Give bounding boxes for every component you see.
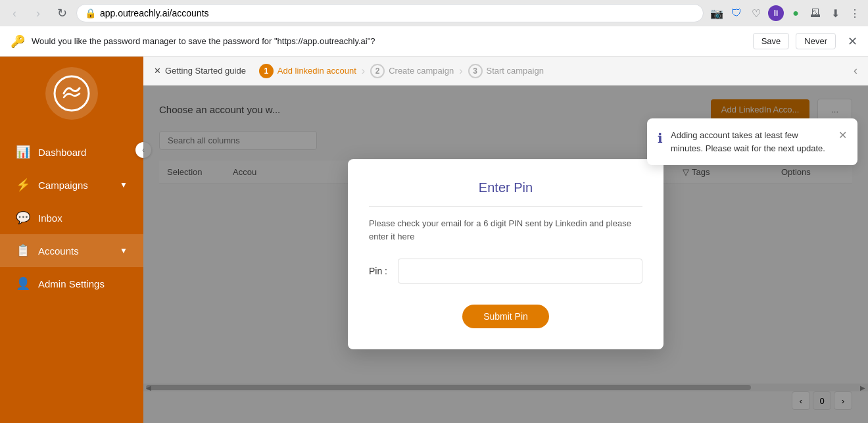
sidebar-item-admin-settings[interactable]: 👤 Admin Settings	[0, 267, 143, 300]
pin-row: Pin :	[369, 259, 642, 284]
step-2-number: 2	[370, 64, 385, 78]
getting-started-label: Getting Started guide	[165, 66, 246, 76]
enter-pin-modal: Enter Pin Please check your email for a …	[348, 159, 663, 349]
password-bar-close-button[interactable]: ✕	[848, 34, 857, 49]
sidebar-item-label: Admin Settings	[38, 278, 105, 289]
accounts-icon: 📋	[16, 243, 30, 258]
svg-point-0	[55, 76, 89, 111]
toolbar-icons: 📷 🛡 ♡ li ● 🗳 ⬇ ⋮	[709, 5, 863, 21]
admin-icon: 👤	[16, 276, 30, 291]
never-button[interactable]: Never	[796, 33, 836, 49]
logo-icon	[53, 75, 90, 112]
extension-icon-1[interactable]: li	[768, 5, 784, 21]
sidebar: ‹ 📊 Dashboard ⚡ Campaigns ▼ 💬 Inbox 📋 Ac…	[0, 57, 143, 423]
submit-pin-button[interactable]: Submit Pin	[462, 305, 549, 328]
close-x-icon: ✕	[154, 66, 161, 76]
step-3: 3 Start campaign	[468, 64, 544, 78]
step-1-number: 1	[259, 64, 274, 78]
getting-started-close[interactable]: ✕ Getting Started guide	[154, 66, 246, 76]
menu-icon[interactable]: ⋮	[847, 5, 863, 21]
password-manager-bar: 🔑 Would you like the password manager to…	[0, 26, 868, 57]
modal-description: Please check your email for a 6 digit PI…	[369, 217, 642, 243]
sidebar-item-accounts[interactable]: 📋 Accounts ▼	[0, 234, 143, 267]
content-wrapper: ✕ Getting Started guide 1 Add linkedin a…	[143, 57, 868, 423]
main-layout: ‹ 📊 Dashboard ⚡ Campaigns ▼ 💬 Inbox 📋 Ac…	[0, 57, 868, 423]
sidebar-item-label: Dashboard	[38, 147, 86, 158]
step-indicator: 1 Add linkedin account › 2 Create campai…	[259, 64, 544, 78]
sidebar-nav: 📊 Dashboard ⚡ Campaigns ▼ 💬 Inbox 📋 Acco…	[0, 136, 143, 300]
forward-button[interactable]: ›	[29, 4, 47, 22]
campaigns-icon: ⚡	[16, 178, 30, 192]
address-bar[interactable]: 🔒 app.outreachly.ai/accounts	[76, 4, 704, 22]
sidebar-item-inbox[interactable]: 💬 Inbox	[0, 201, 143, 234]
address-text: app.outreachly.ai/accounts	[100, 8, 209, 18]
camera-icon[interactable]: 📷	[709, 5, 725, 21]
step-separator-1: ›	[362, 65, 365, 77]
key-icon: 🔑	[11, 34, 25, 49]
browser-chrome: ‹ › ↻ 🔒 app.outreachly.ai/accounts 📷 🛡 ♡…	[0, 0, 868, 26]
sidebar-logo	[45, 67, 98, 120]
browser-toolbar: ‹ › ↻ 🔒 app.outreachly.ai/accounts 📷 🛡 ♡…	[0, 0, 868, 26]
lock-icon: 🔒	[85, 8, 96, 18]
step-2: 2 Create campaign	[370, 64, 454, 78]
modal-title: Enter Pin	[369, 180, 642, 207]
step-separator-2: ›	[459, 65, 462, 77]
dashboard-icon: 📊	[16, 145, 30, 159]
sidebar-item-label: Campaigns	[38, 180, 88, 191]
download-icon[interactable]: ⬇	[827, 5, 843, 21]
getting-started-bar: ✕ Getting Started guide 1 Add linkedin a…	[143, 57, 868, 86]
pin-input[interactable]	[398, 259, 642, 284]
toast-close-button[interactable]: ✕	[838, 129, 847, 141]
step-3-label: Start campaign	[487, 66, 544, 76]
extension-icon-3[interactable]: 🗳	[808, 5, 823, 21]
scroll-left-icon[interactable]: ‹	[854, 64, 857, 78]
sidebar-item-dashboard[interactable]: 📊 Dashboard	[0, 136, 143, 168]
toast-notification: ℹ Adding account takes at least few minu…	[647, 118, 857, 165]
sidebar-item-campaigns[interactable]: ⚡ Campaigns ▼	[0, 168, 143, 201]
content-area: Choose an account you w... Add LinkedIn …	[143, 86, 868, 423]
step-3-number: 3	[468, 64, 483, 78]
step-1: 1 Add linkedin account	[259, 64, 356, 78]
info-icon: ℹ	[658, 130, 663, 146]
sidebar-item-label: Accounts	[38, 245, 79, 257]
save-password-button[interactable]: Save	[753, 33, 790, 49]
step-1-label: Add linkedin account	[277, 66, 356, 76]
chevron-down-icon: ▼	[120, 246, 128, 255]
shield-icon[interactable]: 🛡	[729, 5, 744, 21]
step-2-label: Create campaign	[389, 66, 454, 76]
password-bar-text: Would you like the password manager to s…	[32, 36, 746, 46]
sidebar-item-label: Inbox	[38, 212, 62, 224]
reload-button[interactable]: ↻	[53, 4, 71, 22]
inbox-icon: 💬	[16, 211, 30, 225]
chevron-down-icon: ▼	[120, 180, 128, 189]
toast-message: Adding account takes at least few minute…	[671, 129, 831, 155]
back-button[interactable]: ‹	[5, 4, 24, 22]
extension-icon-2[interactable]: ●	[788, 5, 804, 21]
pin-label: Pin :	[369, 266, 387, 276]
heart-icon[interactable]: ♡	[748, 5, 764, 21]
